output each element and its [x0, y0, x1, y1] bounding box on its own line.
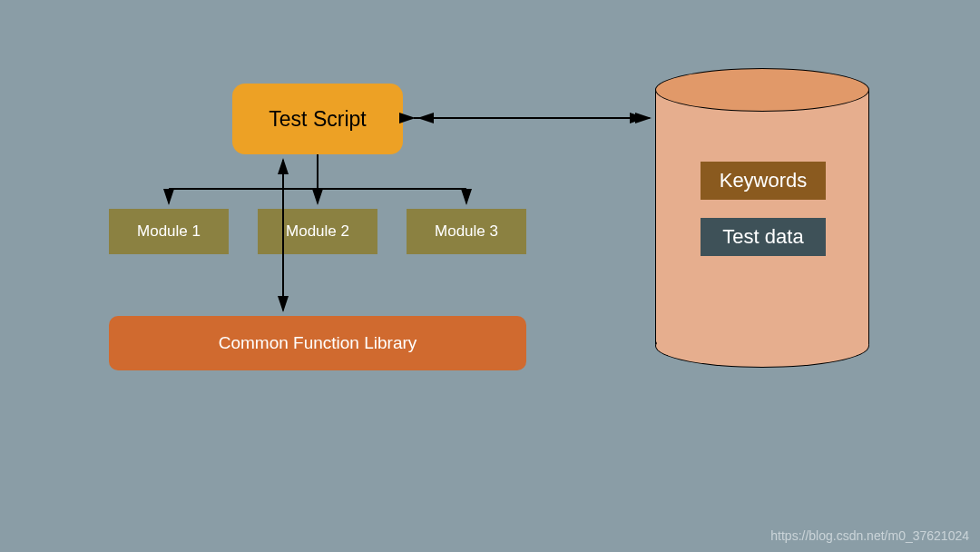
module-3-label: Module 3 [435, 222, 498, 241]
module-1-label: Module 1 [137, 222, 201, 241]
test-data-box: Test data [701, 218, 826, 256]
watermark-text: https://blog.csdn.net/m0_37621024 [770, 528, 969, 543]
test-script-label: Test Script [269, 107, 366, 132]
module-2-label: Module 2 [286, 222, 349, 241]
cylinder-top [655, 68, 869, 112]
module-3-node: Module 3 [407, 209, 526, 254]
cylinder-body [655, 90, 869, 344]
test-script-node: Test Script [232, 84, 403, 154]
keywords-box: Keywords [701, 162, 826, 200]
library-label: Common Function Library [219, 333, 417, 353]
keywords-label: Keywords [720, 169, 808, 192]
cylinder-bottom-fill [657, 324, 868, 346]
common-function-library-node: Common Function Library [109, 316, 526, 370]
module-1-node: Module 1 [109, 209, 229, 254]
module-2-node: Module 2 [258, 209, 377, 254]
test-data-label: Test data [722, 225, 803, 249]
